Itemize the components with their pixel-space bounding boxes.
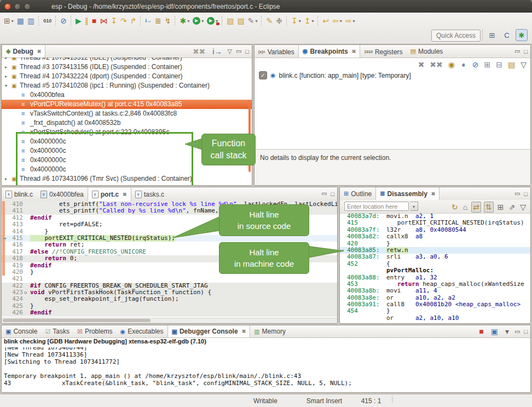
console-dropdown-icon[interactable]: ▾: [504, 325, 511, 337]
location-dropdown-icon[interactable]: ▾: [410, 202, 418, 211]
minimize-icon[interactable]: ▭: [514, 48, 520, 55]
mark-occurrences-icon[interactable]: ✎: [264, 15, 274, 27]
close-icon[interactable]: ✖: [123, 192, 127, 197]
open-perspective-button[interactable]: ⊞: [486, 29, 498, 41]
pin-view-icon[interactable]: ⇗: [507, 202, 516, 212]
step-return-icon[interactable]: ↱: [129, 15, 138, 27]
back-undo-icon[interactable]: ↩: [321, 15, 331, 27]
code-line[interactable]: 425}: [2, 303, 337, 309]
build-all-icon[interactable]: ❉: [274, 15, 284, 27]
cpp-perspective-button[interactable]: C: [501, 29, 513, 41]
view-menu-icon[interactable]: ▽: [520, 59, 527, 71]
save-all-icon[interactable]: ▥: [26, 15, 36, 27]
console-output[interactable]: [New Thread 1073468744][New Thread 10734…: [4, 347, 530, 392]
thread-row[interactable]: ▸▣Thread #3 1073413156 (IDLE) (Suspended…: [2, 62, 252, 72]
close-icon[interactable]: ✖: [352, 49, 356, 54]
chevron-right-icon[interactable]: ▸: [5, 62, 7, 72]
collapse-all-icon[interactable]: ⊟: [495, 59, 503, 71]
stack-frame-row[interactable]: ≡0x4000000c: [2, 165, 252, 174]
home-icon[interactable]: ⌂: [462, 202, 469, 212]
editor-horizontal-scrollbar[interactable]: [2, 318, 337, 323]
maximize-icon[interactable]: □: [524, 328, 528, 335]
go-into-icon[interactable]: ↥▾: [303, 15, 316, 27]
disassembly-code-area[interactable]: 40083a7d:movi.n a2, 1415 portEXIT_CRITIC…: [340, 213, 530, 323]
skip-all-breakpoints-icon[interactable]: ⊘: [472, 59, 479, 71]
stack-frame-row[interactable]: ≡vTaskSwitchContext() at tasks.c:2,846 0…: [2, 109, 252, 118]
skip-all-breakpoints-icon[interactable]: ⊘: [59, 15, 68, 27]
new-wizard-icon[interactable]: ⊞▾: [2, 15, 15, 27]
tab-memory[interactable]: ▥Memory: [250, 325, 290, 337]
remove-all-terminated-icon[interactable]: ✖✖: [191, 45, 207, 58]
minimize-icon[interactable]: ▭: [321, 190, 327, 197]
tab-variables[interactable]: (x)=Variables: [255, 45, 298, 58]
tab-debug[interactable]: ◈ Debug ✖: [2, 45, 45, 58]
disassembly-row[interactable]: 40083a88:entry a1, 32: [340, 274, 530, 281]
use-step-filters-icon[interactable]: ↯: [163, 15, 173, 27]
remove-all-breakpoints-icon[interactable]: ✖✖: [429, 59, 443, 71]
instruction-stepping-mode-icon[interactable]: i→: [211, 45, 223, 58]
new-view-icon[interactable]: ⊞: [496, 202, 505, 212]
tab-tasks[interactable]: ☑Tasks: [41, 325, 73, 337]
disassembly-row[interactable]: 40083a8b:movi a11, 4: [340, 288, 530, 294]
maximize-icon[interactable]: □: [331, 191, 334, 197]
fold-collapse-icon[interactable]: ⊖: [24, 289, 27, 296]
display-selected-console-icon[interactable]: ▣: [489, 325, 500, 337]
view-menu-icon[interactable]: ▽: [519, 202, 527, 212]
group-by-icon[interactable]: ▤: [507, 59, 516, 71]
tab-problems[interactable]: ☒Problems: [73, 325, 117, 337]
forward-history-icon[interactable]: ⇨▾: [344, 15, 357, 27]
sync-with-active-debug-context-icon[interactable]: ⇄: [471, 202, 481, 213]
close-icon[interactable]: ✖: [431, 191, 436, 197]
maximize-icon[interactable]: □: [245, 48, 249, 55]
location-input[interactable]: Enter location here: [344, 202, 409, 211]
tab-modules[interactable]: ▤Modules: [407, 45, 447, 58]
disassembly-row[interactable]: pvPortMalloc:: [340, 267, 530, 274]
last-edit-location-icon[interactable]: ↧▾: [290, 15, 303, 27]
disassembly-row[interactable]: or a2, a10, a10: [340, 315, 530, 322]
show-source-of-selected-icon[interactable]: ≣: [153, 15, 163, 27]
chevron-right-icon[interactable]: ▸: [5, 58, 7, 62]
disassembly-row[interactable]: 454}: [340, 308, 530, 314]
remove-selected-breakpoints-icon[interactable]: ✖: [418, 59, 425, 71]
editor-tab-tasks-c[interactable]: ctasks.c: [131, 187, 168, 201]
minimize-icon[interactable]: ▭: [514, 328, 520, 335]
editor-tab-0x4000bfea[interactable]: c0x4000bfea: [37, 187, 88, 201]
open-folder-icon[interactable]: ▧: [235, 15, 246, 27]
thread-row[interactable]: ▸▣Thread #6 1073431096 (Tmr Svc) (Suspen…: [2, 174, 252, 184]
editor-tab-port-c[interactable]: cport.c✖: [88, 187, 131, 201]
disconnect-icon[interactable]: ⋈: [98, 15, 109, 27]
disassembly-row[interactable]: 40083a82:callx8 a8: [340, 233, 530, 240]
resume-icon[interactable]: ▶: [74, 15, 83, 27]
chevron-down-icon[interactable]: ▾: [5, 81, 7, 90]
stack-frame-row[interactable]: ≡vPortCPUReleaseMutex() at port.c:415 0x…: [2, 100, 252, 109]
disassembly-row[interactable]: 40083a91:call8 0x40081b20 <heap_caps_mal…: [340, 301, 530, 308]
breakpoint-entry-row[interactable]: ✓ ◉ blink.c [function: app_main] [type: …: [259, 71, 411, 79]
tab-disassembly[interactable]: ≣Disassembly✖: [375, 187, 440, 200]
tab-console[interactable]: ▣Console: [2, 325, 41, 337]
view-menu-icon[interactable]: ▽: [227, 48, 232, 55]
go-to-file-for-breakpoint-icon[interactable]: ➧: [460, 59, 467, 71]
track-expression-icon[interactable]: ⇅: [484, 202, 494, 213]
debug-perspective-button[interactable]: ✱: [516, 29, 528, 41]
stack-frame-row[interactable]: ≡_frxt_dispatch() at 0x4008532b: [2, 118, 252, 128]
suspend-icon[interactable]: ∥: [83, 15, 90, 27]
back-history-icon[interactable]: ⇦▾: [331, 15, 344, 27]
chevron-right-icon[interactable]: ▸: [5, 72, 7, 81]
breakpoint-enabled-checkbox[interactable]: ✓: [259, 71, 267, 79]
minimize-icon[interactable]: ▭: [514, 190, 520, 197]
tab-executables[interactable]: ◉Executables: [117, 325, 167, 337]
window-close-button[interactable]: [4, 3, 11, 10]
window-maximize-button[interactable]: [24, 3, 31, 10]
code-line[interactable]: 424 esp_set_breakpoint_if_jtag(function)…: [2, 296, 337, 302]
new-c-project-icon[interactable]: ▨: [225, 15, 235, 27]
thread-row[interactable]: ▸▣Thread #4 1073432224 (dport) (Suspende…: [2, 72, 252, 81]
search-icon[interactable]: ✎▾: [246, 15, 259, 27]
quick-access-button[interactable]: Quick Access: [431, 30, 481, 42]
tab-debugger-console[interactable]: ▣Debugger Console✖: [167, 325, 251, 337]
instruction-stepping-icon[interactable]: i→: [143, 15, 153, 27]
close-icon[interactable]: ✖: [37, 49, 42, 54]
link-with-debug-view-icon[interactable]: ◉: [448, 59, 455, 71]
editor-tab-blink-c[interactable]: cblink.c: [2, 187, 37, 201]
run-icon[interactable]: ▶▾: [191, 15, 205, 27]
debug-icon[interactable]: ✱▾: [178, 15, 191, 27]
